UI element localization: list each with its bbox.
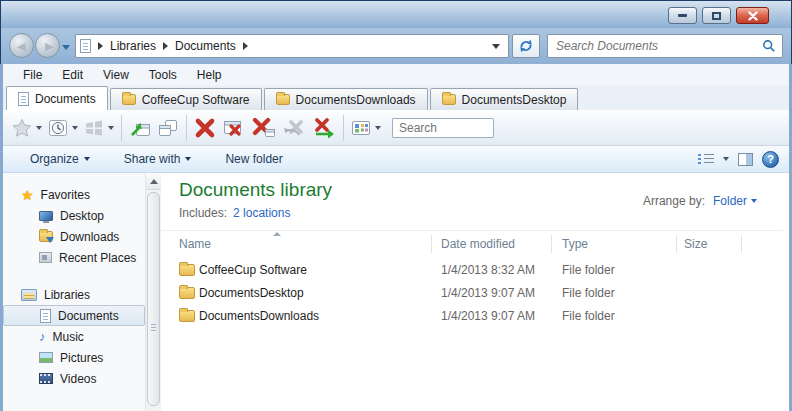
file-row-coffeecup-software[interactable]: CoffeeCup Software 1/4/2013 8:32 AM File… — [161, 259, 789, 282]
toolbar-separator — [343, 115, 344, 141]
libraries-icon — [21, 289, 37, 301]
tab-label: DocumentsDownloads — [296, 93, 416, 107]
close-tab-button[interactable] — [191, 114, 219, 142]
address-dropdown-icon[interactable] — [492, 44, 500, 49]
sidebar-item-libraries[interactable]: Libraries — [3, 284, 145, 305]
organize-button[interactable]: Organize — [20, 149, 100, 169]
sidebar-item-desktop[interactable]: Desktop — [3, 205, 145, 226]
sidebar-label: Videos — [60, 372, 96, 386]
view-grid-button[interactable] — [348, 114, 374, 142]
column-type[interactable]: Type — [562, 237, 588, 251]
toolbar-search-input[interactable] — [393, 119, 493, 137]
tab-documentsdesktop[interactable]: DocumentsDesktop — [430, 88, 579, 110]
arrange-dropdown-icon — [751, 199, 757, 203]
navigation-pane: ★ Favorites Desktop Downloads Recent Pla… — [3, 173, 145, 411]
column-divider[interactable] — [551, 235, 552, 253]
preview-pane-icon[interactable] — [738, 153, 753, 166]
explorer-window: ◀ ▶ Libraries Documents — [0, 0, 792, 411]
new-folder-button[interactable]: New folder — [215, 149, 292, 169]
search-input[interactable] — [548, 39, 762, 53]
undo-close-button[interactable] — [279, 114, 309, 142]
favorites-dropdown-icon[interactable] — [36, 126, 42, 130]
folder-icon — [179, 264, 195, 276]
column-name[interactable]: Name — [179, 237, 211, 251]
menu-file[interactable]: File — [13, 66, 52, 84]
toolbar-separator — [121, 115, 122, 141]
column-divider[interactable] — [676, 235, 677, 253]
menu-tools[interactable]: Tools — [139, 66, 187, 84]
address-bar[interactable]: Libraries Documents — [75, 34, 509, 58]
file-row-documentsdownloads[interactable]: DocumentsDownloads 1/4/2013 9:07 AM File… — [161, 305, 789, 328]
applications-button[interactable] — [81, 114, 107, 142]
column-date-modified[interactable]: Date modified — [441, 237, 515, 251]
toolbar-separator — [186, 115, 187, 141]
view-grid-icon — [350, 118, 372, 138]
file-name: DocumentsDownloads — [199, 309, 319, 323]
breadcrumb-arrow-icon[interactable] — [243, 42, 248, 50]
clone-tab-button[interactable] — [154, 114, 182, 142]
breadcrumb-libraries[interactable]: Libraries — [110, 39, 156, 53]
forward-icon: ▶ — [45, 41, 55, 51]
close-button[interactable] — [736, 7, 769, 24]
history-dropdown-icon[interactable] — [72, 126, 78, 130]
tab-documentsdownloads[interactable]: DocumentsDownloads — [264, 88, 428, 110]
share-with-button[interactable]: Share with — [114, 149, 202, 169]
favorites-button[interactable] — [9, 114, 35, 142]
forward-button[interactable]: ▶ — [35, 33, 60, 58]
reopen-tab-button[interactable] — [309, 114, 339, 142]
menu-edit[interactable]: Edit — [52, 66, 93, 84]
view-dropdown-icon[interactable] — [375, 126, 381, 130]
sidebar-item-pictures[interactable]: Pictures — [3, 347, 145, 368]
breadcrumb-arrow-icon[interactable] — [163, 42, 168, 50]
open-new-window-button[interactable] — [126, 114, 154, 142]
sidebar-item-favorites[interactable]: ★ Favorites — [3, 184, 145, 205]
tab-coffeecup-software[interactable]: CoffeeCup Software — [110, 88, 262, 110]
history-button[interactable] — [45, 114, 71, 142]
tab-documents[interactable]: Documents — [6, 86, 108, 110]
scrollbar-thumb[interactable] — [147, 192, 160, 406]
address-search-box — [547, 34, 783, 58]
sidebar-spacer — [3, 268, 145, 284]
sidebar-item-music[interactable]: ♪ Music — [3, 326, 145, 347]
sidebar-scrollbar[interactable] — [145, 173, 161, 411]
restore-button[interactable] — [702, 7, 731, 24]
share-dropdown-icon — [185, 157, 191, 161]
sidebar-item-videos[interactable]: Videos — [3, 368, 145, 389]
recent-pages-chevron-icon[interactable] — [62, 45, 70, 50]
folder-icon — [179, 310, 195, 322]
search-icon[interactable] — [762, 39, 776, 53]
close-others-button[interactable] — [249, 114, 279, 142]
refresh-button[interactable] — [512, 34, 540, 58]
scroll-up-button[interactable] — [146, 173, 161, 190]
column-divider[interactable] — [741, 235, 742, 253]
applications-dropdown-icon[interactable] — [108, 126, 114, 130]
locations-link[interactable]: 2 locations — [233, 206, 290, 220]
minimize-button[interactable] — [668, 7, 697, 24]
sidebar-item-documents[interactable]: Documents — [3, 305, 145, 326]
list-view-icon[interactable] — [698, 153, 714, 165]
column-size[interactable]: Size — [684, 237, 707, 251]
arrange-value-button[interactable]: Folder — [713, 194, 757, 208]
menu-help[interactable]: Help — [187, 66, 232, 84]
music-note-icon: ♪ — [39, 330, 46, 343]
back-button[interactable]: ◀ — [9, 33, 34, 58]
help-icon[interactable]: ? — [762, 151, 779, 168]
command-bar: Organize Share with New folder ? — [3, 146, 789, 173]
close-window-button[interactable] — [219, 114, 249, 142]
file-type: File folder — [562, 263, 615, 277]
sidebar-item-downloads[interactable]: Downloads — [3, 226, 145, 247]
view-dropdown-icon[interactable] — [723, 157, 729, 161]
refresh-icon — [518, 38, 534, 54]
column-divider[interactable] — [431, 235, 432, 253]
sidebar-item-recent-places[interactable]: Recent Places — [3, 247, 145, 268]
recent-places-icon — [39, 252, 52, 263]
breadcrumb-documents[interactable]: Documents — [175, 39, 236, 53]
arrange-value: Folder — [713, 194, 747, 208]
library-includes: Includes:2 locations — [179, 206, 290, 220]
file-name: DocumentsDesktop — [199, 286, 304, 300]
titlebar[interactable] — [0, 0, 792, 28]
file-row-documentsdesktop[interactable]: DocumentsDesktop 1/4/2013 9:07 AM File f… — [161, 282, 789, 305]
menu-view[interactable]: View — [93, 66, 139, 84]
folder-icon — [442, 94, 456, 105]
close-window-icon — [221, 116, 247, 140]
